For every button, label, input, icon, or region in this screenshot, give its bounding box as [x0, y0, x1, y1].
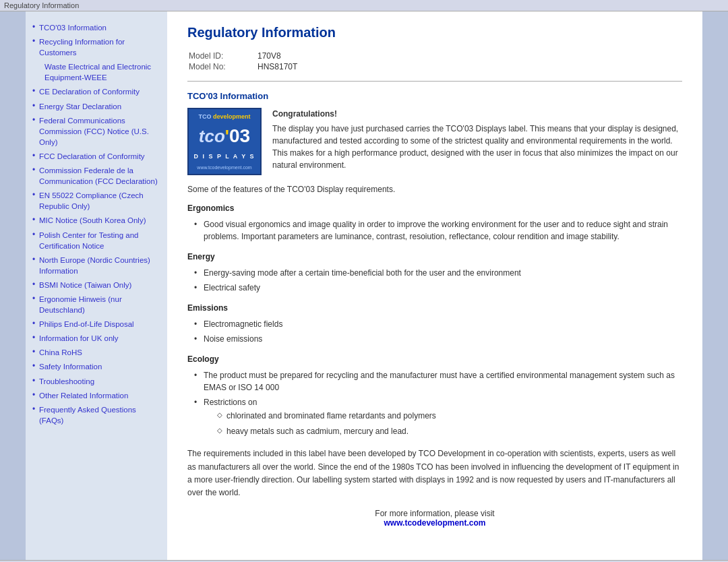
sidebar-item: Recycling Information for Customers	[32, 36, 160, 58]
model-id-label: Model ID:	[189, 51, 256, 61]
ecology-sub-list: chlorinated and brominated flame retarda…	[204, 410, 682, 438]
sidebar-link[interactable]: Commission Federale de la Communication …	[39, 166, 158, 185]
tco-logo: TCO development tco'03 D I S P L A Y S w…	[187, 108, 262, 175]
energy-list: Energy-saving mode after a certain time-…	[187, 267, 682, 294]
sidebar-item: EN 55022 Compliance (Czech Republic Only…	[32, 190, 160, 212]
sidebar-link[interactable]: China RoHS	[39, 348, 82, 356]
tco-logo-main: tco'03	[199, 125, 250, 147]
sidebar-item: Safety Information	[32, 361, 160, 372]
sidebar-link[interactable]: North Europe (Nordic Countries) Informat…	[39, 256, 150, 275]
tco-logo-displays: D I S P L A Y S	[193, 153, 255, 160]
page-title: Regulatory Information	[187, 25, 682, 40]
browser-tab-bar: Regulatory Information	[0, 0, 728, 11]
sidebar-item: Federal Communications Commission (FCC) …	[32, 115, 160, 148]
list-item: Restrictions onchlorinated and brominate…	[194, 396, 682, 438]
visit-link[interactable]: www.tcodevelopment.com	[187, 518, 682, 528]
list-item: chlorinated and brominated flame retarda…	[217, 410, 682, 423]
model-no-label: Model No:	[189, 62, 256, 71]
ergonomics-list: Good visual ergonomics and image quality…	[187, 218, 682, 243]
navigation-sidebar: TCO'03 InformationRecycling Information …	[26, 11, 167, 560]
sidebar-item: TCO'03 Information	[32, 22, 160, 33]
list-item: Noise emissions	[194, 333, 682, 345]
sidebar-item: Frequently Asked Questions (FAQs)	[32, 404, 160, 426]
model-no-row: Model No: HNS8170T	[189, 62, 297, 71]
sidebar-link[interactable]: FCC Declaration of Conformity	[39, 152, 145, 160]
list-item: The product must be prepared for recycli…	[194, 369, 682, 394]
main-layout: TCO'03 InformationRecycling Information …	[0, 11, 728, 560]
tco-section-heading: TCO'03 Information	[187, 91, 682, 101]
content-area: Regulatory Information Model ID: 170V8 M…	[167, 11, 702, 560]
sidebar-link[interactable]: Ergonomie Hinweis (nur Deutschland)	[39, 295, 122, 314]
sidebar-link[interactable]: Troubleshooting	[39, 377, 94, 385]
congratulations-heading: Congratulations!	[272, 108, 682, 120]
final-text: The requirements included in this label …	[187, 447, 682, 499]
some-features-text: Some of the features of the TCO'03 Displ…	[187, 185, 682, 194]
sidebar-link[interactable]: Polish Center for Testing and Certificat…	[39, 231, 138, 250]
sidebar-item: Philips End-of-Life Disposal	[32, 319, 160, 330]
tco-logo-top: TCO development	[198, 113, 250, 120]
visit-text: For more information, please visit	[187, 509, 682, 518]
tco-description: Congratulations! The display you have ju…	[272, 108, 682, 175]
sidebar-item: Energy Star Declaration	[32, 101, 160, 112]
emissions-list: Electromagnetic fieldsNoise emissions	[187, 318, 682, 345]
energy-heading: Energy	[187, 252, 682, 261]
sidebar-item: Waste Electrical and Electronic Equipmen…	[32, 61, 160, 83]
sidebar-item: Other Related Information	[32, 390, 160, 401]
sidebar-link[interactable]: TCO'03 Information	[39, 24, 107, 32]
list-item: Good visual ergonomics and image quality…	[194, 218, 682, 243]
sidebar-item: North Europe (Nordic Countries) Informat…	[32, 255, 160, 276]
model-id-value: 170V8	[257, 51, 297, 61]
list-item: Energy-saving mode after a certain time-…	[194, 267, 682, 279]
sidebar-item: Information for UK only	[32, 333, 160, 344]
list-item: Electrical safety	[194, 282, 682, 294]
tco-year: 03	[229, 125, 250, 146]
sidebar-nav-list: TCO'03 InformationRecycling Information …	[32, 22, 160, 426]
ecology-list: The product must be prepared for recycli…	[187, 369, 682, 438]
sidebar-link[interactable]: EN 55022 Compliance (Czech Republic Only…	[39, 191, 144, 210]
tab-title: Regulatory Information	[4, 1, 79, 9]
model-no-value: HNS8170T	[257, 62, 297, 71]
right-decorative-sidebar	[702, 11, 728, 560]
sidebar-link[interactable]: BSMI Notice (Taiwan Only)	[39, 281, 131, 289]
sidebar-link[interactable]: Energy Star Declaration	[39, 102, 121, 111]
model-id-row: Model ID: 170V8	[189, 51, 297, 61]
sidebar-item: Ergonomie Hinweis (nur Deutschland)	[32, 294, 160, 315]
divider	[187, 81, 682, 82]
sidebar-link[interactable]: Philips End-of-Life Disposal	[39, 320, 134, 328]
tco-box: TCO development tco'03 D I S P L A Y S w…	[187, 108, 682, 175]
tco-logo-text: tco	[199, 126, 225, 146]
sidebar-link[interactable]: Other Related Information	[39, 392, 128, 400]
sidebar-link[interactable]: Federal Communications Commission (FCC) …	[39, 117, 149, 146]
sidebar-item: BSMI Notice (Taiwan Only)	[32, 280, 160, 290]
emissions-heading: Emissions	[187, 303, 682, 313]
ergonomics-heading: Ergonomics	[187, 204, 682, 213]
sidebar-link[interactable]: Safety Information	[39, 363, 102, 371]
list-item: heavy metals such as cadmium, mercury an…	[217, 425, 682, 438]
sidebar-item: Commission Federale de la Communication …	[32, 165, 160, 187]
model-info-table: Model ID: 170V8 Model No: HNS8170T	[187, 50, 299, 73]
sidebar-link[interactable]: CE Declaration of Conformity	[39, 88, 140, 96]
sidebar-link[interactable]: Recycling Information for Customers	[39, 38, 125, 57]
list-item: Electromagnetic fields	[194, 318, 682, 330]
tco-logo-url: www.tcodevelopment.com	[197, 165, 251, 170]
sidebar-item: CE Declaration of Conformity	[32, 86, 160, 97]
sidebar-item: China RoHS	[32, 347, 160, 358]
sidebar-link[interactable]: Information for UK only	[39, 334, 119, 342]
sidebar-item: MIC Notice (South Korea Only)	[32, 215, 160, 226]
sidebar-link[interactable]: MIC Notice (South Korea Only)	[39, 216, 146, 224]
sidebar-item: Polish Center for Testing and Certificat…	[32, 230, 160, 251]
left-decorative-sidebar	[0, 11, 26, 560]
ecology-heading: Ecology	[187, 354, 682, 364]
sidebar-link[interactable]: Frequently Asked Questions (FAQs)	[39, 406, 136, 425]
sidebar-link[interactable]: Waste Electrical and Electronic Equipmen…	[44, 63, 151, 82]
sidebar-item: Troubleshooting	[32, 376, 160, 387]
congratulations-text: The display you have just purchased carr…	[272, 124, 678, 170]
sidebar-item: FCC Declaration of Conformity	[32, 151, 160, 162]
